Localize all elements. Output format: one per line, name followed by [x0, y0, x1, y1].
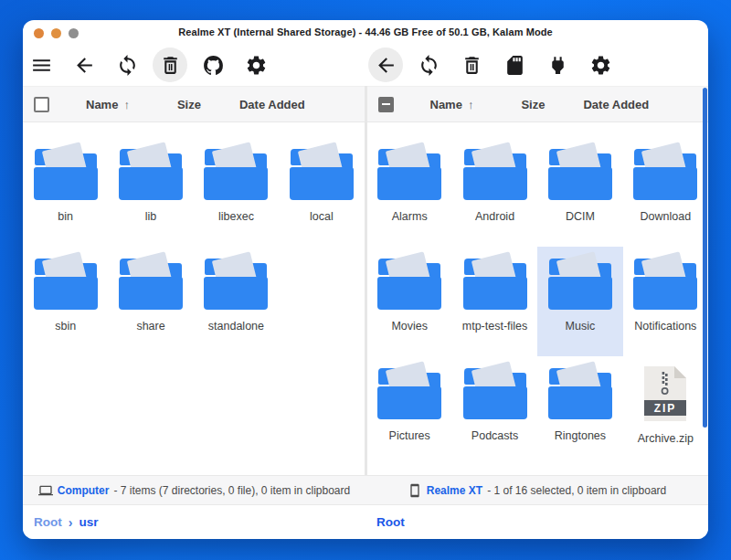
github-icon: [202, 54, 225, 77]
folder-icon: [632, 148, 698, 200]
folder-icon: [462, 367, 528, 419]
zip-file-icon: ZIP: [641, 365, 689, 422]
file-item-label: DCIM: [566, 210, 595, 223]
file-item-label: Movies: [391, 320, 428, 333]
file-item-label: mtp-test-files: [462, 320, 528, 333]
file-item[interactable]: ZIP Archive.zip: [623, 356, 708, 466]
folder-icon: [203, 258, 269, 310]
name-column-header[interactable]: Name: [86, 98, 118, 111]
status-bar: Computer - 7 items (7 directories, 0 fil…: [23, 475, 708, 505]
select-all-checkbox[interactable]: [378, 97, 394, 112]
scrollbar-thumb[interactable]: [703, 88, 707, 428]
sort-ascending-icon: ↑: [123, 98, 130, 111]
file-item[interactable]: Movies: [367, 247, 452, 356]
folder-icon: [118, 148, 184, 200]
folder-icon: [462, 258, 528, 310]
laptop-icon: [38, 483, 53, 498]
size-column-header[interactable]: Size: [177, 98, 201, 111]
local-refresh-button[interactable]: [110, 48, 144, 82]
zoom-window-button[interactable]: [69, 28, 79, 38]
breadcrumb-root[interactable]: Root: [376, 515, 405, 529]
zip-badge-text: ZIP: [654, 402, 677, 415]
device-breadcrumb: Root: [366, 515, 708, 529]
device-back-button[interactable]: [368, 48, 403, 82]
folder-icon: [33, 258, 99, 310]
file-item[interactable]: Podcasts: [452, 356, 537, 466]
local-settings-button[interactable]: [238, 48, 273, 82]
file-item-label: local: [310, 210, 334, 223]
local-breadcrumb: Root › usr: [23, 515, 366, 530]
file-item[interactable]: Android: [452, 137, 537, 247]
connection-button[interactable]: [540, 48, 575, 82]
folder-icon: [376, 258, 442, 310]
file-panes: Name ↑ Size Date Added bin lib libexec l…: [23, 86, 708, 475]
name-column-header[interactable]: Name: [430, 98, 462, 111]
local-file-grid: bin lib libexec local sbin share standal…: [23, 122, 365, 475]
file-item[interactable]: Download: [623, 137, 708, 247]
file-item[interactable]: standalone: [194, 247, 279, 356]
file-item[interactable]: Alarms: [367, 137, 452, 247]
chevron-right-icon: ›: [69, 515, 73, 530]
menu-icon: [30, 54, 53, 77]
folder-icon: [462, 148, 528, 200]
device-link[interactable]: Realme XT: [427, 484, 482, 497]
file-item[interactable]: bin: [23, 137, 108, 247]
device-refresh-button[interactable]: [411, 48, 446, 82]
close-window-button[interactable]: [34, 28, 44, 38]
file-item-label: Podcasts: [471, 429, 518, 442]
file-item[interactable]: Notifications: [623, 247, 708, 356]
file-item[interactable]: sbin: [23, 247, 108, 356]
refresh-icon: [116, 54, 139, 77]
file-item[interactable]: local: [279, 137, 364, 247]
date-added-column-header[interactable]: Date Added: [239, 98, 305, 111]
gear-icon: [245, 54, 268, 77]
device-toolbar: [366, 44, 708, 86]
folder-icon: [547, 258, 613, 310]
app-window: Realme XT (Internal Shared Storage) - 44…: [23, 20, 708, 539]
folder-icon: [547, 148, 613, 200]
trash-icon: [461, 54, 483, 77]
computer-link[interactable]: Computer: [58, 484, 110, 497]
date-added-column-header[interactable]: Date Added: [583, 98, 649, 111]
breadcrumb-row: Root › usr Root: [23, 505, 708, 539]
file-item[interactable]: Ringtones: [537, 356, 622, 466]
file-item[interactable]: mtp-test-files: [452, 247, 537, 356]
device-status: Realme XT - 1 of 16 selected, 0 item in …: [366, 483, 708, 498]
back-arrow-icon: [73, 54, 96, 77]
folder-icon: [33, 148, 99, 200]
file-item-label: Android: [475, 210, 514, 223]
device-delete-button[interactable]: [454, 48, 489, 82]
file-item[interactable]: share: [108, 247, 193, 356]
title-bar: Realme XT (Internal Shared Storage) - 44…: [23, 20, 708, 44]
file-item[interactable]: lib: [108, 137, 193, 247]
file-item[interactable]: libexec: [194, 137, 279, 247]
breadcrumb-root[interactable]: Root: [34, 515, 62, 529]
smartphone-icon: [408, 483, 422, 498]
trash-icon: [159, 54, 182, 77]
local-toolbar: [23, 44, 364, 86]
file-item[interactable]: DCIM: [537, 137, 622, 247]
breadcrumb-current[interactable]: usr: [79, 515, 98, 529]
select-all-checkbox[interactable]: [34, 97, 49, 112]
local-pane: Name ↑ Size Date Added bin lib libexec l…: [23, 86, 365, 475]
folder-icon: [289, 148, 355, 200]
file-item[interactable]: Pictures: [367, 356, 452, 466]
local-status-text: - 7 items (7 directories, 0 file), 0 ite…: [113, 484, 350, 497]
local-delete-button[interactable]: [153, 48, 187, 82]
file-item-label: Alarms: [392, 210, 428, 223]
toolbar-row: [23, 44, 708, 86]
github-button[interactable]: [196, 48, 230, 82]
device-settings-button[interactable]: [583, 48, 618, 82]
local-back-button[interactable]: [67, 48, 101, 82]
file-item-selected[interactable]: Music: [537, 247, 622, 356]
file-item-label: Pictures: [389, 429, 430, 442]
minimize-window-button[interactable]: [51, 28, 61, 38]
usb-plug-icon: [546, 54, 569, 77]
sd-card-icon: [503, 54, 526, 77]
storage-button[interactable]: [497, 48, 532, 82]
folder-icon: [376, 148, 442, 200]
folder-icon: [118, 258, 184, 310]
menu-button[interactable]: [24, 48, 58, 82]
size-column-header[interactable]: Size: [521, 98, 545, 111]
file-item-label: bin: [58, 210, 73, 223]
